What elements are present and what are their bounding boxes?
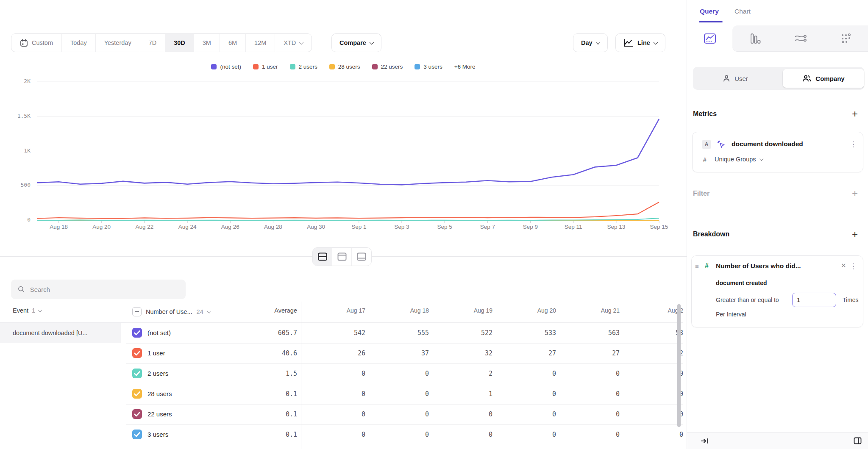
interval-button[interactable]: Day xyxy=(573,33,608,52)
flow-icon xyxy=(794,33,807,44)
add-filter-button[interactable]: + xyxy=(850,189,860,198)
y-axis-tick-label: 0 xyxy=(0,216,31,223)
range-yesterday[interactable]: Yesterday xyxy=(96,34,140,52)
bottom-layout-icon xyxy=(357,252,366,261)
row-group-name: 2 users xyxy=(147,363,168,384)
row-average-value: 0.1 xyxy=(229,424,297,445)
metrics-section-title: Metrics xyxy=(693,110,717,118)
row-average-value: 605.7 xyxy=(229,323,297,343)
breakdown-value-input[interactable] xyxy=(792,293,836,307)
row-checkbox[interactable] xyxy=(132,430,142,439)
chart-type-flow-tab[interactable] xyxy=(778,25,823,52)
scope-user-label: User xyxy=(734,75,748,82)
layout-table-only-button[interactable] xyxy=(352,248,371,266)
row-checkbox[interactable] xyxy=(132,369,142,378)
side-panel-icon[interactable] xyxy=(854,437,862,444)
scope-company-option[interactable]: Company xyxy=(783,69,864,88)
select-all-checkbox[interactable] xyxy=(132,307,142,316)
row-cell-value: 0 xyxy=(302,363,365,384)
event-count: 1 xyxy=(32,307,35,314)
row-group-name: 1 user xyxy=(147,343,165,363)
date-column-header: Aug 17 xyxy=(302,307,365,314)
breakdown-card[interactable]: ≡ # Number of Users who did... ✕ ⋮ docum… xyxy=(691,255,863,327)
group-column-header[interactable]: Number of Use... 24 xyxy=(132,307,211,316)
users-icon xyxy=(802,75,811,82)
row-cell-value: 0 xyxy=(620,404,683,424)
metric-measure-dropdown[interactable]: Unique Groups xyxy=(715,156,763,163)
table-row: 28 users0.1001000 xyxy=(0,384,683,404)
range-12m[interactable]: 12M xyxy=(246,34,275,52)
date-column-header: Aug 2 xyxy=(620,307,683,314)
search-icon xyxy=(18,285,25,293)
range-6m[interactable]: 6M xyxy=(220,34,246,52)
row-cell-value: 1 xyxy=(429,384,492,404)
row-group-name: 3 users xyxy=(147,424,168,445)
date-range-group: CustomTodayYesterday7D30D3M6M12MXTD xyxy=(11,33,312,52)
chevron-down-icon xyxy=(38,308,42,312)
row-cell-value: 0 xyxy=(302,384,365,404)
range-label: 6M xyxy=(228,39,237,46)
range-today[interactable]: Today xyxy=(62,34,96,52)
add-metric-button[interactable]: + xyxy=(850,109,860,119)
chart-type-button[interactable]: Line xyxy=(615,33,665,52)
search-input[interactable] xyxy=(30,286,179,293)
row-cell-value: 0 xyxy=(620,363,683,384)
range-7d[interactable]: 7D xyxy=(140,34,166,52)
date-column-header: Aug 20 xyxy=(492,307,556,314)
range-label: Yesterday xyxy=(104,39,131,46)
add-breakdown-button[interactable]: + xyxy=(850,230,860,239)
table-scrollbar[interactable] xyxy=(677,304,681,427)
row-group-name: 22 users xyxy=(147,404,172,424)
row-checkbox[interactable] xyxy=(132,348,142,358)
row-cell-value: 0 xyxy=(365,424,429,445)
range-custom[interactable]: Custom xyxy=(11,34,62,52)
group-header-label: Number of Use... xyxy=(146,308,192,315)
chart-type-scatter-tab[interactable] xyxy=(823,25,868,52)
metric-card[interactable]: A document downloaded ⋮ # Unique Groups xyxy=(692,132,863,172)
breakdown-section-title: Breakdown xyxy=(693,230,729,238)
row-average-value: 0.1 xyxy=(229,404,297,424)
event-click-icon xyxy=(717,140,726,149)
range-xtd[interactable]: XTD xyxy=(275,34,312,52)
metric-measure-label: Unique Groups xyxy=(715,156,756,163)
bar-chart-icon xyxy=(750,33,761,44)
scope-user-option[interactable]: User xyxy=(693,67,778,90)
split-layout-icon xyxy=(318,252,327,261)
compare-button[interactable]: Compare xyxy=(331,33,381,52)
chart-type-bar-tab[interactable] xyxy=(732,25,778,52)
x-axis-tick-label: Sep 9 xyxy=(513,224,547,230)
panel-footer xyxy=(687,432,868,449)
layout-chart-only-button[interactable] xyxy=(332,248,352,266)
tab-chart[interactable]: Chart xyxy=(734,8,751,15)
row-cell-value: 0 xyxy=(556,363,620,384)
collapse-panel-icon[interactable] xyxy=(701,438,709,444)
row-cell-value: 533 xyxy=(492,323,556,343)
row-cell-value: 555 xyxy=(365,323,429,343)
layout-split-button[interactable] xyxy=(313,248,332,266)
row-cell-value: 0 xyxy=(556,384,620,404)
y-axis-tick-label: 500 xyxy=(0,182,31,188)
event-column-header[interactable]: Event 1 xyxy=(13,307,42,314)
metric-menu-icon[interactable]: ⋮ xyxy=(850,140,857,149)
x-axis-tick-label: Sep 15 xyxy=(642,224,676,230)
row-checkbox[interactable] xyxy=(132,389,142,399)
date-column-header: Aug 18 xyxy=(365,307,429,314)
line-chart xyxy=(0,55,687,237)
event-row-label[interactable]: document downloaded [U... xyxy=(0,323,121,343)
row-cell-value: 2 xyxy=(620,343,683,363)
date-column-header: Aug 21 xyxy=(556,307,620,314)
range-label: 3M xyxy=(203,39,211,46)
row-checkbox[interactable] xyxy=(132,409,142,419)
drag-handle-icon[interactable]: ≡ xyxy=(695,263,699,270)
range-30d[interactable]: 30D xyxy=(165,34,194,52)
breakdown-menu-icon[interactable]: ⋮ xyxy=(850,262,857,271)
range-3m[interactable]: 3M xyxy=(194,34,220,52)
row-checkbox[interactable] xyxy=(132,328,142,338)
row-cell-value: 27 xyxy=(492,343,556,363)
close-icon[interactable]: ✕ xyxy=(841,262,846,269)
hash-icon: # xyxy=(703,156,707,163)
chart-type-line-tab[interactable] xyxy=(687,25,732,52)
tab-query[interactable]: Query xyxy=(700,8,719,15)
row-cell-value: 0 xyxy=(492,404,556,424)
chevron-down-icon xyxy=(369,40,374,44)
